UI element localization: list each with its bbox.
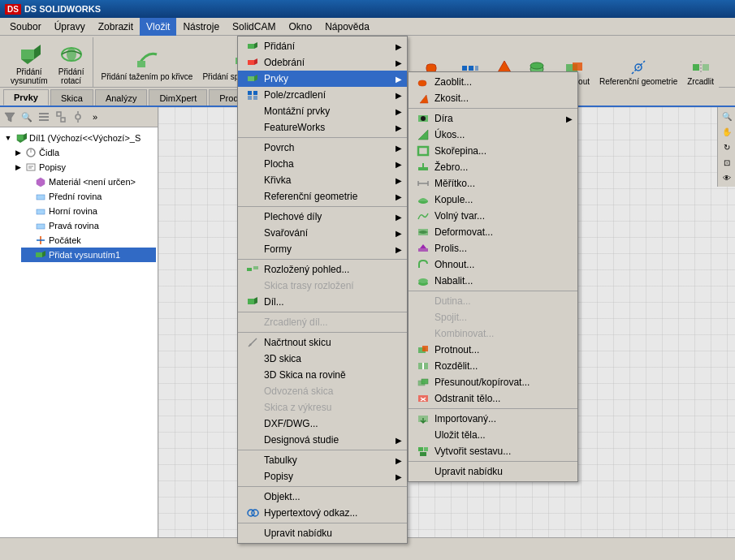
prvky-menu-list: Zaoblit... Zkosit... Díra ▶ Úkos [409,72,577,481]
right-btn-zoom[interactable]: 🔍 [720,109,734,123]
menu-soubor[interactable]: Soubor [3,18,48,36]
tab-dimxpert[interactable]: DimXpert [149,89,207,106]
tree-item-predni[interactable]: ▶ Přední rovina [21,189,156,204]
svg-marker-81 [420,244,426,248]
tree-item-material[interactable]: ▶ Materiál <není určen> [21,174,156,189]
vlozit-item-odebrani[interactable]: Odebrání ▶ [238,54,407,71]
toolbar-btn-extrude[interactable]: Přidánívysunutím [6,39,52,88]
prvky-item-presunout[interactable]: Přesunout/kopírovat... [409,374,577,390]
prvky-item-kopule[interactable]: Kopule... [409,192,577,208]
right-btn-pan[interactable]: ✋ [720,124,734,139]
prvky-item-ulozittela[interactable]: Uložit těla... [409,427,577,443]
tree-item-popisy[interactable]: ▶ Popisy [11,160,156,174]
prvky-item-sestava[interactable]: Vytvořit sestavu... [409,443,577,459]
vlozit-item-formy[interactable]: Formy ▶ [238,241,407,257]
vlozit-item-trasarozlozeni: Skica trasy rozložení [238,278,407,294]
toolbar-btn-revolve[interactable]: Přidánírotací [54,39,89,88]
tab-analyzy[interactable]: Analýzy [95,89,148,106]
prvky-item-zaoblit[interactable]: Zaoblit... [409,74,577,90]
tree-item-cidla[interactable]: ▶ Čidla [11,145,156,160]
prvky-item-nabalit[interactable]: Nabalit... [409,273,577,289]
toolbar-btn-ref-geom[interactable]: Referenční geometrie [596,56,681,88]
plechove-arrow: ▶ [396,213,402,222]
povrch-arrow: ▶ [396,144,402,153]
tree-item-extrude1[interactable]: ▶ Přidat vysunutím1 [21,248,156,262]
vlozit-item-refgeo[interactable]: Referenční geometrie ▶ [238,188,407,205]
tree-item-prava[interactable]: ▶ Pravá rovina [21,218,156,233]
prvky-item-zebro[interactable]: Žebro... [409,159,577,175]
prvky-item-odstranit[interactable]: Odstranit tělo... [409,390,577,407]
vlozit-item-svarovani[interactable]: Svařování ▶ [238,225,407,241]
expand-btn[interactable] [53,109,69,125]
vlozit-item-plocha[interactable]: Plocha ▶ [238,156,407,172]
vlozit-svarovani-label: Svařování [264,227,308,239]
tree-item-dil1[interactable]: ▼ Díl1 (Výchozí<<Výchozí>_S [2,131,156,145]
prvky-volny-label: Volný tvar... [435,210,485,222]
tree-view-btn[interactable] [36,109,52,125]
toolbar-btn-tazenim[interactable]: Přidání tažením po křivce [98,45,197,83]
prvky-protnout-label: Protnout... [435,344,479,355]
svg-marker-68 [420,95,428,103]
menu-napoveda[interactable]: Nápověda [318,18,376,36]
more-btn[interactable]: » [87,109,103,125]
svg-rect-33 [17,135,24,140]
vlozit-item-prvky[interactable]: Prvky ▶ [238,71,407,87]
tab-skica[interactable]: Skica [50,89,93,106]
right-btn-view[interactable]: 👁 [720,170,734,185]
menu-upravy[interactable]: Úpravy [48,18,92,36]
feature-tree-sidebar: 🔍 » ▼ Díl1 (Výchozí<<Výchozí>_S [0,107,158,537]
vlozit-item-montazni[interactable]: Montážní prvky ▶ [238,103,407,119]
vlozit-item-objekt[interactable]: Objekt... [238,489,407,505]
tab-prvky[interactable]: Prvky [3,89,49,106]
vlozit-item-rozlozeny[interactable]: Rozložený pohled... [238,261,407,278]
prvky-item-volny[interactable]: Volný tvar... [409,208,577,224]
menu-solidcam[interactable]: SolidCAM [226,18,282,36]
prvky-item-zkosit[interactable]: Zkosit... [409,90,577,106]
config-btn[interactable] [70,109,86,125]
vlozit-item-pridani[interactable]: Přidání ▶ [238,38,407,54]
title-bar: DS DS SOLIDWORKS [0,0,735,18]
right-btn-fit[interactable]: ⊡ [720,155,734,170]
dxf-icon [244,417,261,430]
svg-marker-41 [37,178,45,187]
prvky-item-dira[interactable]: Díra ▶ [409,110,577,127]
vlozit-item-3drovine[interactable]: 3D Skica na rovině [238,367,407,383]
tree-item-horni[interactable]: ▶ Horní rovina [21,204,156,218]
vlozit-item-povrch[interactable]: Povrch ▶ [238,140,407,156]
vlozit-item-popisy2[interactable]: Popisy ▶ [238,468,407,485]
right-btn-rotate[interactable]: ↻ [720,140,734,154]
prvky-item-ohnout[interactable]: Ohnout... [409,256,577,273]
vlozit-item-hypertext[interactable]: Hypertextový odkaz... [238,505,407,521]
svg-rect-61 [248,299,254,304]
vlozit-item-featureworks[interactable]: FeatureWorks ▶ [238,119,407,136]
prvky-item-importovany[interactable]: Importovaný... [409,411,577,427]
menu-nastroje[interactable]: Nástroje [176,18,226,36]
menu-zobrazit[interactable]: Zobrazit [92,18,140,36]
prvky-item-upravit[interactable]: Upravit nabídku [409,463,577,480]
vlozit-item-skica[interactable]: Načrtnout skicu [238,334,407,351]
prvky-item-deformovat[interactable]: Deformovat... [409,224,577,240]
vlozit-item-dil[interactable]: Díl... [238,294,407,310]
toolbar-btn-zrcadlit[interactable]: Zrcadlit [684,56,717,88]
vlozit-item-plechove[interactable]: Plechové díly ▶ [238,209,407,225]
prvky-item-protnout[interactable]: Protnout... [409,342,577,358]
prvky-item-meritko[interactable]: Měřítko... [409,175,577,192]
tree-item-pocatek[interactable]: ▶ Počátek [21,233,156,248]
prvky-item-rozdelit[interactable]: Rozdělit... [409,358,577,374]
menu-vlozit[interactable]: Vložit [140,18,176,36]
vlozit-item-3dskica[interactable]: 3D skica [238,351,407,367]
vlozit-item-design[interactable]: Designová studie ▶ [238,432,407,448]
zaoblit-menu-icon [415,75,431,88]
prvky-item-prolis[interactable]: Prolis... [409,240,577,256]
vlozit-item-upravit[interactable]: Upravit nabídku [238,525,407,541]
feature-tree: ▼ Díl1 (Výchozí<<Výchozí>_S ▶ Čidla ▶ [0,127,158,265]
filter-btn[interactable] [2,109,18,125]
vlozit-item-tabulky[interactable]: Tabulky ▶ [238,452,407,468]
menu-okno[interactable]: Okno [282,18,318,36]
vlozit-item-krivka[interactable]: Křivka ▶ [238,172,407,188]
prvky-item-skorepina[interactable]: Skořepina... [409,143,577,159]
vlozit-item-dxf[interactable]: DXF/DWG... [238,416,407,432]
search-btn[interactable]: 🔍 [19,109,35,125]
vlozit-item-pole[interactable]: Pole/zrcadlení ▶ [238,87,407,103]
prvky-item-ukos[interactable]: Úkos... [409,127,577,143]
